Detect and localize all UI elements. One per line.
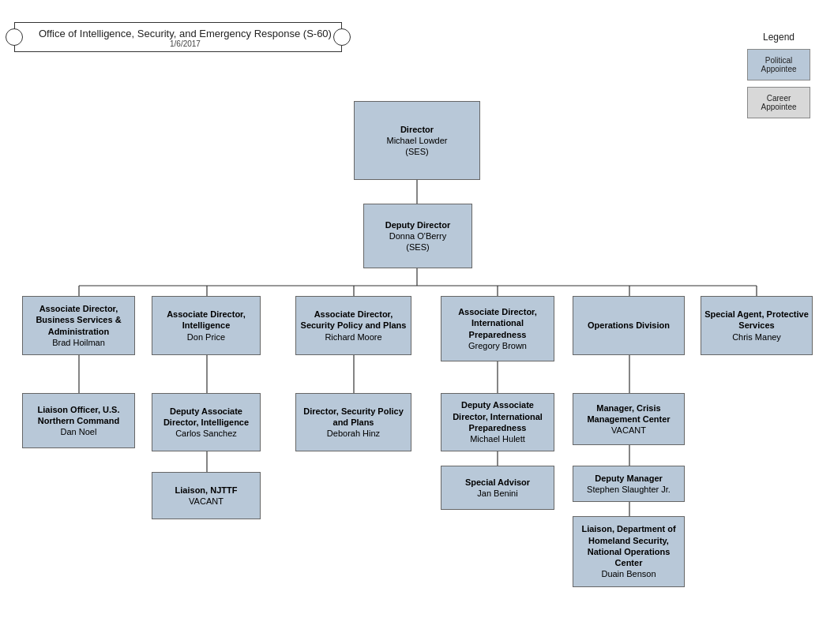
manager-crisis-box: Manager, Crisis Management Center VACANT [573, 393, 685, 445]
special-advisor-name: Jan Benini [477, 488, 517, 499]
deputy-assoc-intel-name: Carlos Sanchez [175, 428, 237, 439]
deputy-assoc-intl-name: Michael Hulett [470, 433, 525, 444]
assoc4-box: Associate Director, International Prepar… [441, 296, 554, 361]
deputy-director-title: Deputy Director [385, 219, 451, 230]
assoc2-box: Associate Director, Intelligence Don Pri… [152, 296, 261, 355]
assoc6-name: Chris Maney [732, 331, 781, 343]
assoc6-box: Special Agent, Protective Services Chris… [701, 296, 813, 355]
director-security-box: Director, Security Policy and Plans Debo… [295, 393, 411, 451]
director-box: Director Michael Lowder (SES) [354, 101, 480, 180]
assoc3-box: Associate Director, Security Policy and … [295, 296, 411, 355]
liaison-njttf-title: Liaison, NJTTF [175, 485, 238, 496]
legend: Legend Political Appointee Career Appoin… [747, 32, 810, 125]
legend-career: Career Appointee [747, 87, 810, 118]
assoc2-title: Associate Director, Intelligence [155, 309, 257, 331]
assoc6-title: Special Agent, Protective Services [704, 309, 810, 331]
assoc5-title: Operations Division [588, 320, 670, 331]
deputy-assoc-intel-title: Deputy Associate Director, Intelligence [155, 406, 257, 429]
deputy-manager-box: Deputy Manager Stephen Slaughter Jr. [573, 466, 685, 502]
header-date: 1/6/2017 [39, 39, 332, 48]
deputy-assoc-intel-box: Deputy Associate Director, Intelligence … [152, 393, 261, 451]
legend-political: Political Appointee [747, 49, 810, 80]
liaison-northern-box: Liaison Officer, U.S. Northern Command D… [22, 393, 135, 448]
director-title: Director [400, 124, 434, 135]
legend-title: Legend [747, 32, 810, 43]
header-title: Office of Intelligence, Security, and Em… [39, 28, 332, 39]
liaison-dhs-title: Liaison, Department of Homeland Security… [576, 523, 682, 568]
special-advisor-box: Special Advisor Jan Benini [441, 466, 554, 510]
assoc3-title: Associate Director, Security Policy and … [299, 309, 408, 331]
director-extra: (SES) [405, 146, 428, 157]
assoc1-name: Brad Hoilman [52, 337, 105, 348]
manager-crisis-title: Manager, Crisis Management Center [576, 402, 682, 425]
header-circle-left [6, 28, 23, 46]
header-box: Office of Intelligence, Security, and Em… [14, 22, 342, 52]
deputy-assoc-intl-title: Deputy Associate Director, International… [444, 399, 551, 433]
special-advisor-title: Special Advisor [465, 477, 530, 488]
deputy-director-name: Donna O'Berry [389, 230, 446, 242]
liaison-njttf-box: Liaison, NJTTF VACANT [152, 472, 261, 519]
liaison-northern-name: Dan Noel [61, 426, 97, 437]
liaison-northern-title: Liaison Officer, U.S. Northern Command [25, 404, 132, 427]
assoc5-box: Operations Division [573, 296, 685, 355]
assoc1-box: Associate Director, Business Services & … [22, 296, 135, 355]
header-circle-right [333, 28, 351, 46]
manager-crisis-name: VACANT [611, 425, 646, 436]
assoc1-title: Associate Director, Business Services & … [25, 303, 132, 337]
deputy-director-extra: (SES) [406, 242, 429, 253]
assoc4-name: Gregory Brown [468, 340, 527, 351]
deputy-manager-name: Stephen Slaughter Jr. [587, 484, 671, 495]
director-security-title: Director, Security Policy and Plans [299, 406, 408, 429]
liaison-njttf-name: VACANT [189, 496, 224, 507]
liaison-dhs-box: Liaison, Department of Homeland Security… [573, 516, 685, 587]
liaison-dhs-name: Duain Benson [601, 568, 656, 579]
deputy-assoc-intl-box: Deputy Associate Director, International… [441, 393, 554, 451]
director-security-name: Deborah Hinz [327, 428, 380, 439]
director-name: Michael Lowder [386, 135, 447, 146]
assoc3-name: Richard Moore [325, 331, 381, 343]
deputy-manager-title: Deputy Manager [595, 473, 663, 484]
assoc2-name: Don Price [187, 331, 225, 343]
assoc4-title: Associate Director, International Prepar… [444, 306, 551, 340]
deputy-director-box: Deputy Director Donna O'Berry (SES) [363, 204, 472, 268]
